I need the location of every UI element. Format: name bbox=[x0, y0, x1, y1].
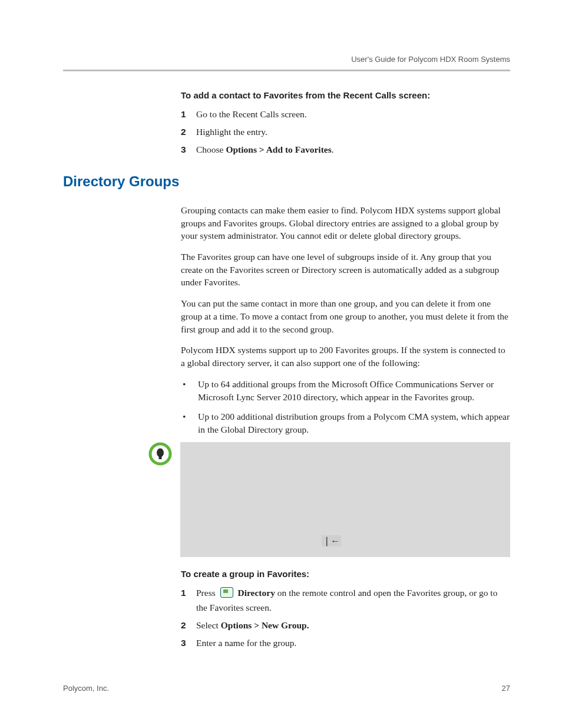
note-row: ❘← bbox=[63, 442, 510, 557]
step-text: Go to the Recent Calls screen. bbox=[196, 107, 510, 121]
step-text: Highlight the entry. bbox=[196, 125, 510, 139]
bullet-list: • Up to 64 additional groups from the Mi… bbox=[181, 378, 510, 437]
section-directory-groups-body: Grouping contacts can make them easier t… bbox=[181, 204, 510, 436]
step-prefix: Press bbox=[196, 588, 218, 598]
steps-add-favorite: 1 Go to the Recent Calls screen. 2 Highl… bbox=[181, 107, 510, 157]
step-number: 2 bbox=[181, 125, 196, 139]
step-number: 3 bbox=[181, 636, 196, 650]
step-number: 3 bbox=[181, 143, 196, 157]
footer-page-number: 27 bbox=[502, 684, 510, 693]
arrow-left-icon: ❘← bbox=[322, 535, 341, 546]
note-placeholder-box: ❘← bbox=[180, 442, 510, 557]
step-bold: Options > New Group. bbox=[221, 620, 309, 630]
bullet-text: Up to 64 additional groups from the Micr… bbox=[198, 378, 510, 404]
svg-rect-2 bbox=[159, 457, 162, 459]
page: User's Guide for Polycom HDX Room System… bbox=[0, 0, 562, 728]
step-prefix: Choose bbox=[196, 144, 226, 154]
tip-icon bbox=[148, 442, 172, 466]
header-rule bbox=[63, 70, 510, 71]
body-paragraph: The Favorites group can have one level o… bbox=[181, 251, 510, 289]
step-item: 3 Choose Options > Add to Favorites. bbox=[181, 143, 510, 157]
running-header: User's Guide for Polycom HDX Room System… bbox=[63, 55, 510, 64]
step-number: 2 bbox=[181, 618, 196, 633]
page-footer: Polycom, Inc. 27 bbox=[63, 684, 510, 693]
steps-create-group: 1 Press Directory on the remote control … bbox=[181, 586, 510, 650]
step-bold: Directory bbox=[237, 588, 275, 598]
step-item: 1 Go to the Recent Calls screen. bbox=[181, 107, 510, 121]
bullet-item: • Up to 64 additional groups from the Mi… bbox=[181, 378, 510, 404]
section-add-favorite: To add a contact to Favorites from the R… bbox=[181, 90, 510, 157]
step-number: 1 bbox=[181, 586, 196, 614]
step-item: 2 Select Options > New Group. bbox=[181, 618, 510, 633]
body-paragraph: You can put the same contact in more tha… bbox=[181, 297, 510, 335]
bullet-text: Up to 200 additional distribution groups… bbox=[198, 410, 510, 437]
step-text: Enter a name for the group. bbox=[196, 636, 510, 650]
bullet-dot-icon: • bbox=[181, 410, 198, 437]
section-title-directory-groups: Directory Groups bbox=[63, 173, 510, 190]
directory-button-icon bbox=[220, 587, 233, 598]
bullet-dot-icon: • bbox=[181, 378, 198, 404]
section-create-group: To create a group in Favorites: 1 Press … bbox=[181, 569, 510, 650]
body-paragraph: Polycom HDX systems support up to 200 Fa… bbox=[181, 344, 510, 369]
step-item: 3 Enter a name for the group. bbox=[181, 636, 510, 650]
svg-point-1 bbox=[157, 449, 164, 457]
step-text: Select Options > New Group. bbox=[196, 618, 510, 633]
step-number: 1 bbox=[181, 107, 196, 121]
footer-company: Polycom, Inc. bbox=[63, 684, 109, 693]
step-item: 1 Press Directory on the remote control … bbox=[181, 586, 510, 614]
step-bold: Options > Add to Favorites bbox=[226, 144, 331, 154]
bullet-item: • Up to 200 additional distribution grou… bbox=[181, 410, 510, 437]
body-paragraph: Grouping contacts can make them easier t… bbox=[181, 204, 510, 242]
step-text: Press Directory on the remote control an… bbox=[196, 586, 510, 614]
step-prefix: Select bbox=[196, 620, 221, 630]
step-suffix: . bbox=[332, 144, 334, 154]
subheading-add-favorite: To add a contact to Favorites from the R… bbox=[181, 90, 510, 100]
step-item: 2 Highlight the entry. bbox=[181, 125, 510, 139]
step-text: Choose Options > Add to Favorites. bbox=[196, 143, 510, 157]
subheading-create-group: To create a group in Favorites: bbox=[181, 569, 510, 579]
